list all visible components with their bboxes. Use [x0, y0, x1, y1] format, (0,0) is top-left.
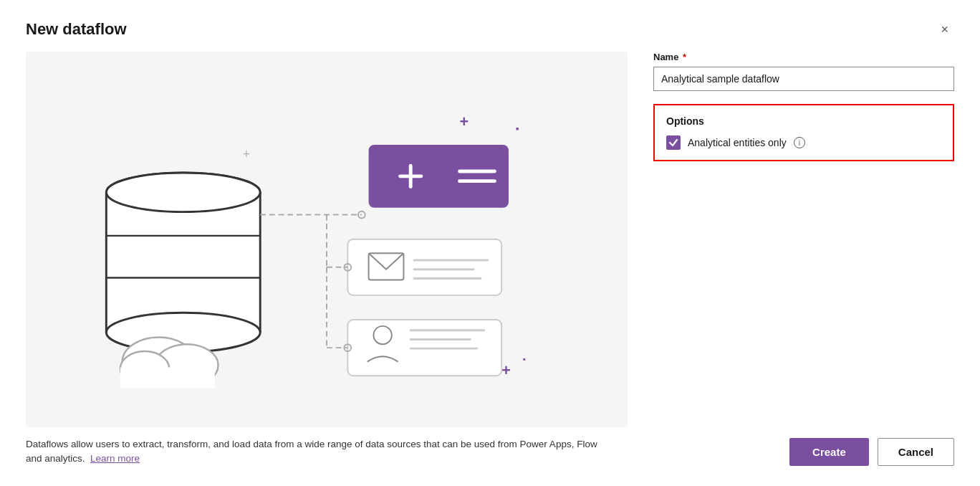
svg-rect-22 [369, 145, 509, 208]
svg-text:▪: ▪ [522, 354, 525, 363]
svg-text:+: + [460, 113, 469, 130]
right-panel: Name * Options Analytical entities only … [653, 52, 954, 466]
spacer [653, 174, 954, 415]
dialog-footer: Create Cancel [653, 428, 954, 466]
svg-rect-10 [106, 192, 260, 332]
name-input[interactable] [653, 67, 954, 91]
info-icon[interactable]: i [794, 137, 805, 148]
create-button[interactable]: Create [789, 438, 869, 466]
analytical-entities-label: Analytical entities only [688, 137, 787, 148]
name-field-group: Name * [653, 52, 954, 91]
svg-rect-20 [120, 367, 215, 388]
illustration-box: + + | + ▪ + ▪ + [26, 52, 628, 427]
svg-text:+: + [243, 147, 250, 161]
close-button[interactable]: × [935, 20, 954, 39]
illustration-svg: + + | + ▪ + ▪ + [26, 52, 628, 427]
analytical-entities-row: Analytical entities only i [666, 135, 941, 150]
left-panel: + + | + ▪ + ▪ + [26, 52, 628, 466]
svg-text:▪: ▪ [516, 123, 519, 134]
description-text: Dataflows allow users to extract, transf… [26, 437, 613, 467]
learn-more-link[interactable]: Learn more [90, 453, 140, 464]
dialog-header: New dataflow × [26, 20, 954, 39]
analytical-entities-checkbox[interactable] [666, 135, 681, 150]
name-field-label: Name * [653, 52, 954, 62]
checkmark-icon [668, 138, 678, 148]
options-title: Options [666, 115, 941, 127]
required-star: * [680, 52, 686, 62]
dialog-title: New dataflow [26, 20, 127, 39]
new-dataflow-dialog: New dataflow × + + | + [0, 0, 980, 486]
dialog-body: + + | + ▪ + ▪ + [26, 52, 954, 466]
options-box: Options Analytical entities only i [653, 104, 954, 161]
svg-text:+: + [501, 362, 511, 379]
cancel-button[interactable]: Cancel [878, 438, 954, 466]
svg-rect-27 [347, 239, 501, 295]
svg-point-16 [106, 173, 260, 212]
